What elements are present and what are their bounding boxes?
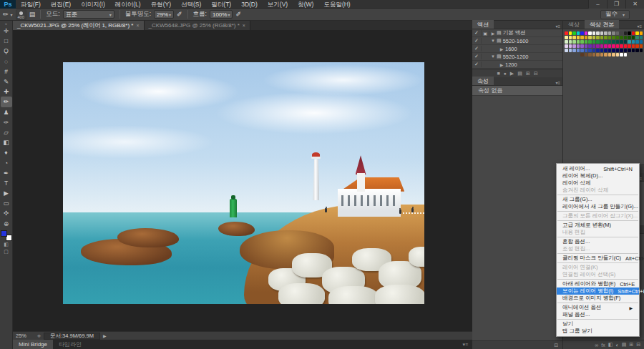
color-swatch[interactable] — [585, 49, 588, 52]
context-menu-item[interactable]: 닫기 — [557, 320, 639, 328]
color-swatch[interactable] — [635, 40, 639, 44]
zoom-level-field[interactable]: 25% — [16, 333, 34, 339]
color-swatch[interactable] — [635, 36, 639, 39]
context-menu-item[interactable]: 배경으로 이미지 병합(F) — [557, 295, 639, 302]
context-menu-item[interactable]: 아래 레이어와 병합(E)Ctrl+E — [557, 280, 639, 287]
color-swatch[interactable] — [612, 40, 615, 44]
action-row[interactable]: ✓▶1600 — [472, 45, 562, 53]
color-swatch[interactable] — [628, 49, 631, 52]
color-swatch[interactable] — [632, 31, 635, 35]
flow-field[interactable]: 100% ▾ — [210, 10, 233, 19]
color-swatch[interactable] — [608, 36, 612, 39]
color-swatch[interactable] — [624, 36, 628, 39]
color-swatch[interactable] — [565, 36, 568, 39]
color-swatch[interactable] — [604, 40, 608, 44]
color-swatch[interactable] — [572, 31, 576, 35]
adjustment-layer-icon[interactable]: ◐ — [615, 343, 618, 348]
history-brush-tool[interactable]: ✑ — [1, 117, 12, 127]
color-swatch[interactable] — [588, 44, 592, 48]
tab-mini-bridge[interactable]: Mini Bridge — [13, 340, 53, 349]
color-swatch[interactable] — [608, 31, 612, 35]
color-swatch[interactable] — [620, 31, 623, 35]
menu-item-V[interactable]: 보기(V) — [263, 0, 293, 9]
clone-stamp-tool[interactable]: ♟ — [1, 107, 12, 117]
color-swatch[interactable] — [577, 36, 580, 39]
color-swatch[interactable] — [624, 53, 628, 56]
color-swatch[interactable] — [616, 36, 620, 39]
play-icon[interactable]: ▶ — [510, 71, 514, 77]
color-swatch[interactable] — [616, 53, 620, 56]
expander-icon[interactable]: ▶ — [489, 31, 497, 36]
dodge-tool[interactable]: ◔ — [1, 157, 12, 167]
color-swatch[interactable] — [585, 53, 588, 56]
color-swatch[interactable] — [592, 36, 596, 39]
color-swatch[interactable] — [565, 49, 568, 52]
new-layer-icon[interactable]: ⊞ — [629, 342, 633, 348]
color-swatch[interactable] — [592, 31, 596, 35]
color-swatch[interactable] — [624, 40, 628, 44]
color-swatch[interactable] — [588, 53, 592, 56]
opacity-field[interactable]: 29% ▾ — [154, 10, 174, 19]
expander-icon[interactable]: ▶ — [498, 62, 505, 67]
color-swatch[interactable] — [628, 44, 631, 48]
color-swatch[interactable] — [580, 53, 584, 56]
delete-icon[interactable]: ⊟ — [534, 71, 538, 77]
color-swatch[interactable] — [569, 36, 572, 39]
zoom-tool[interactable]: ⊕ — [1, 219, 12, 229]
color-swatch[interactable] — [596, 31, 600, 35]
crop-tool[interactable]: # — [1, 67, 12, 77]
delete-layer-icon[interactable]: ⊟ — [636, 342, 640, 348]
color-swatch[interactable] — [612, 31, 615, 35]
color-swatch[interactable] — [577, 31, 580, 35]
color-swatch[interactable] — [640, 36, 643, 39]
panel-menu-icon[interactable]: ▾≡ — [555, 24, 560, 29]
color-swatch[interactable] — [577, 40, 580, 44]
expander-icon[interactable]: ▼ — [489, 39, 497, 43]
color-swatch[interactable] — [604, 49, 608, 52]
new-action-icon[interactable]: ⊞ — [526, 71, 530, 77]
color-swatch[interactable] — [565, 44, 568, 48]
color-swatch[interactable] — [608, 44, 612, 48]
color-swatch[interactable] — [577, 44, 580, 48]
color-swatch[interactable] — [632, 44, 635, 48]
color-swatch[interactable] — [585, 36, 588, 39]
color-swatch[interactable] — [635, 49, 639, 52]
tab-색상견본[interactable]: 색상 견본 — [585, 20, 619, 29]
delete-icon[interactable]: ⊟ — [554, 343, 558, 348]
eraser-tool[interactable]: ▱ — [1, 127, 12, 137]
path-select-tool[interactable]: ▶ — [1, 188, 12, 198]
action-row[interactable]: ✓▶1200 — [472, 61, 562, 69]
color-swatch[interactable] — [612, 53, 615, 56]
color-swatch[interactable] — [600, 40, 604, 44]
color-swatch[interactable] — [569, 44, 572, 48]
context-menu-item[interactable]: 클리핑 마스크 만들기(C)Alt+Ctrl+G — [557, 255, 639, 262]
type-tool[interactable]: T — [1, 178, 12, 188]
color-swatch[interactable] — [640, 49, 643, 52]
menu-item-L[interactable]: 레이어(L) — [110, 0, 146, 9]
color-swatch[interactable] — [616, 44, 620, 48]
context-menu-item[interactable]: 애니메이션 옵션▶ — [557, 304, 639, 311]
color-swatch[interactable] — [620, 44, 623, 48]
status-menu-arrow-icon[interactable]: ▶ — [103, 333, 107, 338]
airbrush-icon[interactable]: ✐ — [235, 11, 241, 18]
color-chips[interactable] — [1, 230, 12, 241]
context-menu-item[interactable]: 보이는 레이어 병합(I)Shift+Ctrl+E — [557, 287, 639, 295]
color-swatch[interactable] — [588, 40, 592, 44]
tab-properties[interactable]: 속성 — [472, 77, 494, 85]
color-swatch[interactable] — [588, 49, 592, 52]
hand-tool[interactable]: ✣ — [1, 208, 12, 218]
color-swatch[interactable] — [616, 31, 620, 35]
color-swatch[interactable] — [600, 53, 604, 56]
color-swatch[interactable] — [572, 40, 576, 44]
check-icon[interactable]: ✓ — [472, 54, 482, 59]
color-swatch[interactable] — [569, 40, 572, 44]
color-swatch[interactable] — [604, 36, 608, 39]
context-menu-item[interactable]: 탭 그룹 닫기 — [557, 328, 639, 335]
close-button[interactable]: ✕ — [625, 0, 644, 9]
color-swatch[interactable] — [620, 53, 623, 56]
color-swatch[interactable] — [585, 31, 588, 35]
menu-item-S[interactable]: 선택(S) — [176, 0, 206, 9]
color-swatch[interactable] — [572, 49, 576, 52]
color-swatch[interactable] — [604, 44, 608, 48]
context-menu-item[interactable]: 레이어에서 새 그룹 만들기(G)... — [557, 203, 639, 210]
